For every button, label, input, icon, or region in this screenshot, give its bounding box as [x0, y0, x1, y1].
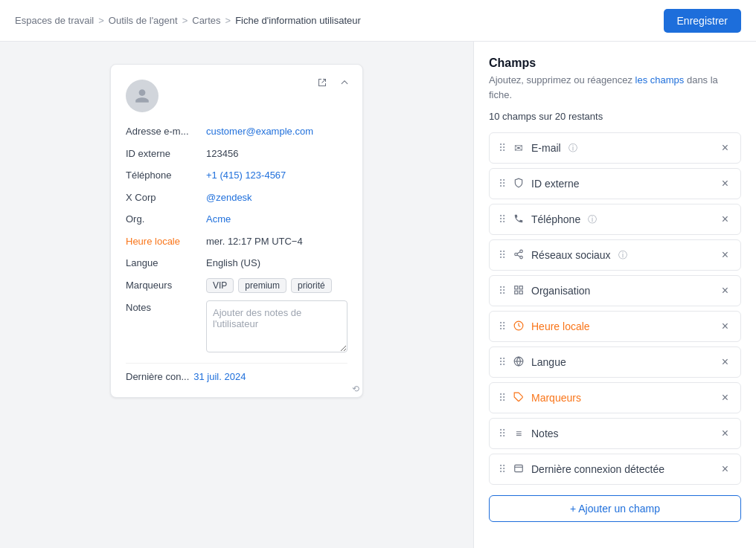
field-xcorp: X Corp @zendesk [126, 190, 347, 205]
field-value-langue: English (US) [206, 256, 260, 271]
reseaux-icon [512, 249, 525, 262]
connexion-icon [512, 463, 525, 476]
notes-textarea[interactable] [206, 300, 347, 352]
field-name-organisation: Organisation [531, 285, 590, 297]
field-label-marqueurs: Marqueurs [126, 278, 200, 293]
tags-container: VIP premium priorité [206, 278, 332, 293]
field-name-reseaux: Réseaux sociaux [531, 249, 611, 261]
left-panel: Adresse e-m... customer@example.com ID e… [0, 42, 473, 548]
field-item-marqueurs: ⠿ Marqueurs × [489, 382, 741, 413]
field-value-email[interactable]: customer@example.com [206, 124, 313, 139]
drag-handle-reseaux[interactable]: ⠿ [499, 249, 506, 261]
remove-heure-button[interactable]: × [719, 319, 731, 334]
field-name-email: E-mail [531, 142, 561, 154]
breadcrumb-current: Fiche d'information utilisateur [235, 15, 361, 26]
langue-icon [512, 356, 525, 369]
notes-icon: ≡ [512, 428, 525, 439]
remove-reseaux-button[interactable]: × [719, 248, 731, 262]
tag-priorite: priorité [291, 278, 332, 293]
organisation-icon [512, 285, 525, 297]
info-icon-telephone[interactable]: ⓘ [588, 213, 597, 226]
field-list: ⠿ ✉ E-mail ⓘ × ⠿ ID externe × [489, 132, 741, 485]
main-layout: Adresse e-m... customer@example.com ID e… [0, 42, 756, 548]
add-field-button[interactable]: + Ajouter un champ [489, 495, 741, 522]
svg-rect-13 [515, 465, 523, 471]
field-name-marqueurs: Marqueurs [531, 392, 581, 404]
field-label-email: Adresse e-m... [126, 124, 200, 139]
drag-handle-id[interactable]: ⠿ [499, 178, 506, 190]
field-value-heure: mer. 12:17 PM UTC−4 [206, 234, 303, 249]
field-label-langue: Langue [126, 256, 200, 271]
open-card-button[interactable] [315, 75, 330, 93]
remove-marqueurs-button[interactable]: × [719, 390, 731, 405]
remove-notes-button[interactable]: × [719, 426, 731, 441]
drag-handle-telephone[interactable]: ⠿ [499, 213, 506, 225]
remove-telephone-button[interactable]: × [719, 212, 731, 227]
right-panel: Champs Ajoutez, supprimez ou réagencez l… [473, 42, 756, 548]
card-footer: Dernière con... 31 juil. 2024 [126, 363, 347, 382]
heure-icon [512, 320, 525, 333]
tag-premium: premium [238, 278, 286, 293]
field-notes: Notes [126, 300, 347, 352]
field-label-org: Org. [126, 212, 200, 227]
field-count: 10 champs sur 20 restants [489, 111, 741, 122]
panel-subtitle: Ajoutez, supprimez ou réagencez les cham… [489, 73, 741, 102]
info-icon-reseaux[interactable]: ⓘ [618, 249, 627, 262]
drag-handle-email[interactable]: ⠿ [499, 142, 506, 154]
field-email: Adresse e-m... customer@example.com [126, 124, 347, 139]
panel-title: Champs [489, 57, 741, 70]
field-item-telephone: ⠿ Téléphone ⓘ × [489, 204, 741, 235]
svg-point-2 [520, 256, 523, 259]
subtitle-link[interactable]: les champs [635, 74, 685, 86]
drag-handle-langue[interactable]: ⠿ [499, 356, 506, 368]
svg-line-4 [517, 251, 520, 253]
drag-handle-connexion[interactable]: ⠿ [499, 463, 506, 475]
field-name-connexion: Dernière connexion détectée [531, 463, 664, 475]
breadcrumb-sep-1: > [98, 15, 104, 26]
field-value-xcorp[interactable]: @zendesk [206, 190, 252, 205]
collapse-card-button[interactable] [337, 75, 352, 93]
field-value-org[interactable]: Acme [206, 212, 231, 227]
svg-rect-6 [519, 286, 522, 288]
field-item-organisation: ⠿ Organisation × [489, 275, 741, 306]
field-name-id-externe: ID externe [531, 178, 580, 190]
footer-value: 31 juil. 2024 [193, 371, 246, 382]
remove-organisation-button[interactable]: × [719, 283, 731, 298]
breadcrumb: Espaces de travail > Outils de l'agent >… [15, 15, 361, 26]
avatar [126, 80, 158, 112]
svg-rect-5 [515, 286, 518, 288]
field-marqueurs: Marqueurs VIP premium priorité [126, 278, 347, 293]
marqueurs-icon [512, 392, 525, 404]
field-label-id: ID externe [126, 146, 200, 161]
field-item-heure-locale: ⠿ Heure locale × [489, 311, 741, 342]
field-item-id-externe: ⠿ ID externe × [489, 168, 741, 199]
field-label-telephone: Téléphone [126, 168, 200, 183]
remove-email-button[interactable]: × [719, 141, 731, 155]
save-button[interactable]: Enregistrer [664, 9, 741, 33]
remove-connexion-button[interactable]: × [719, 462, 731, 477]
field-value-id: 123456 [206, 146, 238, 161]
breadcrumb-item-2[interactable]: Outils de l'agent [109, 15, 178, 26]
drag-handle-notes[interactable]: ⠿ [499, 428, 506, 439]
remove-id-button[interactable]: × [719, 176, 731, 191]
field-label-notes: Notes [126, 300, 200, 315]
drag-handle-marqueurs[interactable]: ⠿ [499, 392, 506, 404]
info-icon-email[interactable]: ⓘ [568, 142, 577, 155]
drag-handle-organisation[interactable]: ⠿ [499, 285, 506, 297]
field-name-heure: Heure locale [531, 320, 590, 332]
field-item-notes: ⠿ ≡ Notes × [489, 418, 741, 449]
field-item-langue: ⠿ Langue × [489, 346, 741, 378]
drag-handle-heure[interactable]: ⠿ [499, 320, 506, 332]
svg-rect-7 [515, 291, 518, 294]
id-externe-icon [512, 178, 525, 190]
breadcrumb-item-1[interactable]: Espaces de travail [15, 15, 94, 26]
breadcrumb-item-3[interactable]: Cartes [192, 15, 220, 26]
field-value-telephone[interactable]: +1 (415) 123-4567 [206, 168, 286, 183]
resize-handle[interactable]: ⟲ [352, 384, 359, 394]
field-heure: Heure locale mer. 12:17 PM UTC−4 [126, 234, 347, 249]
email-icon: ✉ [512, 142, 525, 154]
field-label-heure: Heure locale [126, 234, 200, 249]
svg-point-0 [520, 250, 523, 253]
svg-point-1 [515, 253, 518, 256]
remove-langue-button[interactable]: × [719, 355, 731, 370]
